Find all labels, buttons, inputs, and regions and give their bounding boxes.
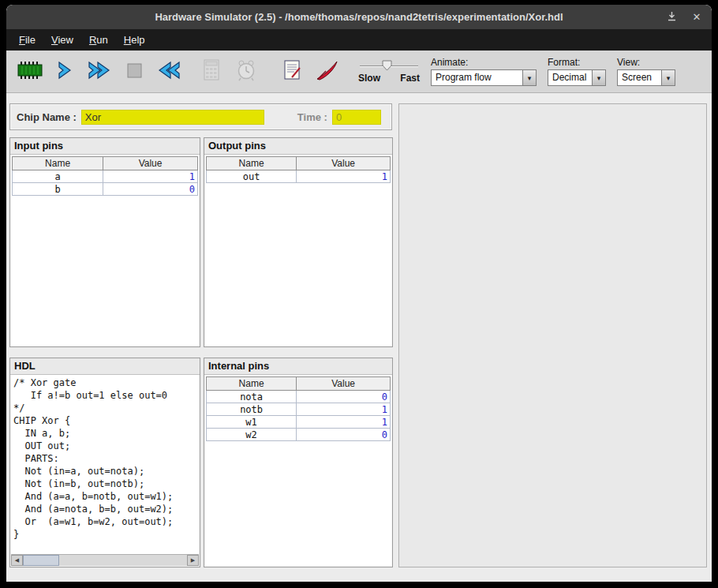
- reset-icon: [156, 60, 181, 83]
- hdl-panel: HDL /* Xor gate If a!=b out=1 else out=0…: [9, 358, 200, 567]
- menu-bar: File View Run Help: [6, 29, 712, 51]
- pin-name-cell: b: [13, 183, 103, 196]
- table-row: nota 0: [207, 391, 391, 403]
- column-header-value: Value: [297, 157, 391, 170]
- pin-value-cell[interactable]: 1: [103, 170, 198, 183]
- toolbar: Slow Fast Animate: Program flow ▾ Format…: [6, 51, 712, 93]
- format-group: Format: Decimal ▾: [548, 57, 606, 86]
- close-icon: ✕: [693, 11, 701, 23]
- slider-thumb[interactable]: [382, 60, 392, 74]
- chevron-down-icon[interactable]: ▾: [592, 69, 606, 86]
- animate-label: Animate:: [431, 57, 537, 68]
- pin-value-cell: 0: [297, 391, 391, 403]
- pin-value-cell: 1: [297, 416, 391, 429]
- output-pins-panel: Output pins Name Value out 1: [204, 137, 393, 347]
- chevron-down-icon[interactable]: ▾: [522, 69, 537, 86]
- pin-name-cell: nota: [207, 391, 297, 403]
- pin-name-cell: a: [13, 170, 103, 183]
- time-input: [332, 110, 381, 125]
- run-icon: [87, 60, 112, 83]
- single-step-icon: [55, 60, 74, 83]
- speed-slider[interactable]: Slow Fast: [358, 60, 420, 84]
- pin-name-cell: out: [207, 170, 297, 183]
- animate-value: Program flow: [431, 69, 522, 86]
- chip-name-label: Chip Name :: [17, 111, 77, 123]
- chip-name-input[interactable]: [81, 110, 264, 125]
- hdl-horizontal-scrollbar[interactable]: ◀ ▶: [11, 554, 199, 566]
- internal-pins-panel: Internal pins Name Value nota 0 notb 1 w…: [204, 358, 393, 567]
- calculator-icon: [202, 59, 221, 84]
- format-dropdown[interactable]: Decimal ▾: [548, 69, 606, 86]
- quill-icon: [315, 59, 338, 84]
- column-header-value: Value: [297, 377, 391, 391]
- hdl-title: HDL: [10, 358, 200, 375]
- minimize-button[interactable]: [664, 10, 679, 24]
- scroll-right-icon: ▶: [191, 557, 195, 563]
- stop-icon: [125, 61, 144, 82]
- program-icon: [282, 59, 302, 84]
- input-pins-table: Name Value a 1 b 0: [12, 156, 198, 196]
- format-label: Format:: [548, 57, 606, 68]
- view-dropdown[interactable]: Screen ▾: [617, 69, 675, 86]
- scroll-left-icon: ◀: [15, 557, 19, 563]
- scroll-thumb[interactable]: [23, 555, 59, 566]
- menu-item-view[interactable]: View: [43, 30, 81, 50]
- clock-icon: [236, 59, 256, 84]
- menu-item-help[interactable]: Help: [116, 30, 153, 50]
- table-row: a 1: [13, 170, 198, 183]
- animate-group: Animate: Program flow ▾: [431, 57, 537, 86]
- pin-name-cell: notb: [207, 403, 297, 416]
- scroll-left-button[interactable]: ◀: [11, 555, 23, 566]
- view-label: View:: [617, 57, 675, 68]
- table-row: w2 0: [207, 429, 391, 441]
- title-bar: Hardware Simulator (2.5) - /home/thomas/…: [6, 5, 712, 29]
- reset-button[interactable]: [153, 54, 185, 89]
- internal-pins-title: Internal pins: [204, 358, 392, 375]
- output-pins-table: Name Value out 1: [206, 156, 391, 183]
- output-pins-title: Output pins: [204, 138, 392, 155]
- chip-icon: [17, 60, 43, 83]
- menu-item-file[interactable]: File: [11, 30, 43, 50]
- run-button[interactable]: [84, 54, 115, 89]
- column-header-value: Value: [103, 157, 198, 170]
- minimize-icon: [667, 11, 677, 24]
- view-group: View: Screen ▾: [617, 57, 675, 86]
- app-window: Hardware Simulator (2.5) - /home/thomas/…: [6, 5, 712, 582]
- load-chip-button[interactable]: [14, 54, 46, 89]
- view-value: Screen: [617, 69, 661, 86]
- stop-button[interactable]: [118, 54, 150, 89]
- view-program-button[interactable]: [276, 54, 308, 89]
- hdl-code: /* Xor gate If a!=b out=1 else out=0 */ …: [10, 375, 200, 554]
- menu-item-run[interactable]: Run: [81, 30, 116, 50]
- pin-name-cell: w2: [207, 429, 297, 441]
- close-button[interactable]: ✕: [690, 10, 704, 24]
- table-row: out 1: [207, 170, 391, 183]
- column-header-name: Name: [207, 157, 297, 170]
- pin-value-cell: 1: [297, 403, 391, 416]
- column-header-name: Name: [207, 377, 297, 391]
- table-row: b 0: [13, 183, 198, 196]
- column-header-name: Name: [13, 157, 103, 170]
- pin-value-cell[interactable]: 0: [103, 183, 198, 196]
- scroll-right-button[interactable]: ▶: [187, 555, 199, 566]
- scroll-track[interactable]: [59, 555, 187, 566]
- eval-button: [196, 54, 227, 89]
- format-value: Decimal: [548, 69, 592, 86]
- screen-view-panel: [398, 103, 707, 567]
- chevron-down-icon[interactable]: ▾: [661, 69, 675, 86]
- slow-label: Slow: [358, 73, 380, 84]
- single-step-button[interactable]: [49, 54, 80, 89]
- breakpoints-button[interactable]: [311, 54, 342, 89]
- time-label: Time :: [297, 111, 327, 123]
- clock-button: [230, 54, 262, 89]
- table-row: notb 1: [207, 403, 391, 416]
- window-title: Hardware Simulator (2.5) - /home/thomas/…: [6, 11, 712, 23]
- chip-header-panel: Chip Name : Time :: [9, 103, 392, 130]
- pin-name-cell: w1: [207, 416, 297, 429]
- pin-value-cell: 0: [297, 429, 391, 441]
- pin-value-cell: 1: [297, 170, 391, 183]
- input-pins-panel: Input pins Name Value a 1 b 0: [9, 137, 200, 347]
- internal-pins-table: Name Value nota 0 notb 1 w1 1 w2 0: [206, 376, 391, 441]
- animate-dropdown[interactable]: Program flow ▾: [431, 69, 537, 86]
- input-pins-title: Input pins: [10, 138, 200, 155]
